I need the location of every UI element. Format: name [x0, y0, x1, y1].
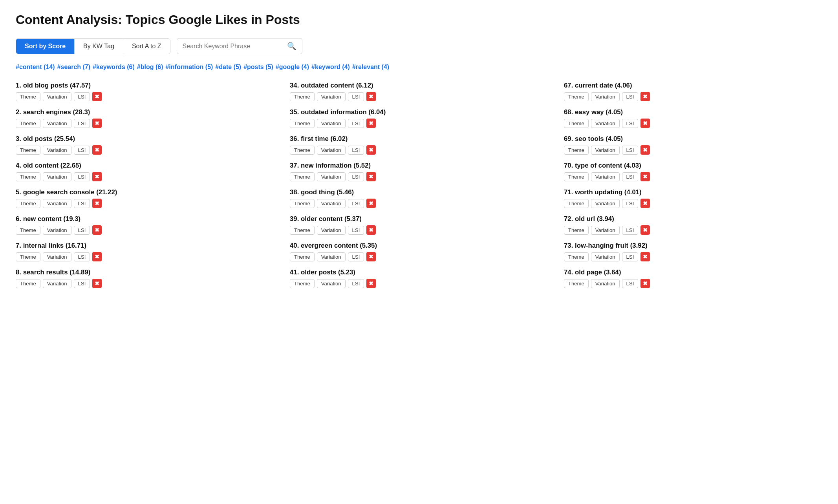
theme-button[interactable]: Theme: [290, 279, 315, 288]
lsi-button[interactable]: LSI: [74, 172, 90, 181]
lsi-button[interactable]: LSI: [74, 199, 90, 208]
lsi-button[interactable]: LSI: [622, 252, 639, 261]
theme-button[interactable]: Theme: [564, 92, 589, 101]
lsi-button[interactable]: LSI: [622, 279, 639, 288]
tag-item[interactable]: #content (14): [16, 64, 55, 71]
delete-button[interactable]: ✖: [640, 145, 650, 155]
delete-button[interactable]: ✖: [92, 119, 102, 128]
variation-button[interactable]: Variation: [317, 92, 346, 101]
delete-button[interactable]: ✖: [640, 119, 650, 128]
theme-button[interactable]: Theme: [290, 172, 315, 181]
variation-button[interactable]: Variation: [43, 172, 71, 181]
lsi-button[interactable]: LSI: [348, 279, 364, 288]
variation-button[interactable]: Variation: [317, 146, 346, 155]
delete-button[interactable]: ✖: [366, 252, 376, 261]
variation-button[interactable]: Variation: [317, 252, 346, 261]
delete-button[interactable]: ✖: [640, 279, 650, 288]
variation-button[interactable]: Variation: [43, 119, 71, 128]
variation-button[interactable]: Variation: [43, 252, 71, 261]
lsi-button[interactable]: LSI: [348, 119, 364, 128]
variation-button[interactable]: Variation: [591, 279, 620, 288]
delete-button[interactable]: ✖: [640, 199, 650, 208]
theme-button[interactable]: Theme: [16, 199, 40, 208]
tag-item[interactable]: #posts (5): [243, 64, 273, 71]
lsi-button[interactable]: LSI: [348, 172, 364, 181]
lsi-button[interactable]: LSI: [74, 252, 90, 261]
variation-button[interactable]: Variation: [317, 199, 346, 208]
lsi-button[interactable]: LSI: [348, 226, 364, 235]
theme-button[interactable]: Theme: [564, 279, 589, 288]
variation-button[interactable]: Variation: [43, 226, 71, 235]
variation-button[interactable]: Variation: [317, 119, 346, 128]
variation-button[interactable]: Variation: [591, 92, 620, 101]
delete-button[interactable]: ✖: [366, 199, 376, 208]
tag-item[interactable]: #relevant (4): [352, 64, 389, 71]
lsi-button[interactable]: LSI: [348, 252, 364, 261]
lsi-button[interactable]: LSI: [348, 199, 364, 208]
theme-button[interactable]: Theme: [16, 226, 40, 235]
delete-button[interactable]: ✖: [640, 172, 650, 181]
delete-button[interactable]: ✖: [92, 225, 102, 235]
delete-button[interactable]: ✖: [640, 92, 650, 101]
delete-button[interactable]: ✖: [92, 199, 102, 208]
variation-button[interactable]: Variation: [43, 92, 71, 101]
theme-button[interactable]: Theme: [564, 146, 589, 155]
sort-by-kw-button[interactable]: By KW Tag: [75, 39, 123, 54]
variation-button[interactable]: Variation: [43, 199, 71, 208]
lsi-button[interactable]: LSI: [622, 119, 639, 128]
tag-item[interactable]: #date (5): [215, 64, 241, 71]
theme-button[interactable]: Theme: [290, 199, 315, 208]
delete-button[interactable]: ✖: [366, 145, 376, 155]
lsi-button[interactable]: LSI: [622, 172, 639, 181]
theme-button[interactable]: Theme: [290, 146, 315, 155]
search-input[interactable]: [183, 43, 284, 50]
theme-button[interactable]: Theme: [564, 172, 589, 181]
tag-item[interactable]: #search (7): [57, 64, 91, 71]
theme-button[interactable]: Theme: [16, 172, 40, 181]
sort-by-score-button[interactable]: Sort by Score: [16, 39, 75, 54]
theme-button[interactable]: Theme: [16, 92, 40, 101]
delete-button[interactable]: ✖: [92, 279, 102, 288]
variation-button[interactable]: Variation: [317, 279, 346, 288]
sort-az-button[interactable]: Sort A to Z: [123, 39, 170, 54]
theme-button[interactable]: Theme: [16, 119, 40, 128]
tag-item[interactable]: #information (5): [165, 64, 213, 71]
delete-button[interactable]: ✖: [92, 92, 102, 101]
theme-button[interactable]: Theme: [16, 146, 40, 155]
theme-button[interactable]: Theme: [290, 92, 315, 101]
variation-button[interactable]: Variation: [591, 199, 620, 208]
variation-button[interactable]: Variation: [591, 226, 620, 235]
variation-button[interactable]: Variation: [317, 172, 346, 181]
delete-button[interactable]: ✖: [92, 145, 102, 155]
delete-button[interactable]: ✖: [92, 172, 102, 181]
theme-button[interactable]: Theme: [564, 119, 589, 128]
theme-button[interactable]: Theme: [290, 226, 315, 235]
lsi-button[interactable]: LSI: [622, 146, 639, 155]
variation-button[interactable]: Variation: [591, 252, 620, 261]
tag-item[interactable]: #keywords (6): [93, 64, 135, 71]
lsi-button[interactable]: LSI: [622, 199, 639, 208]
delete-button[interactable]: ✖: [366, 172, 376, 181]
lsi-button[interactable]: LSI: [74, 279, 90, 288]
delete-button[interactable]: ✖: [366, 92, 376, 101]
lsi-button[interactable]: LSI: [74, 146, 90, 155]
delete-button[interactable]: ✖: [92, 252, 102, 261]
lsi-button[interactable]: LSI: [622, 92, 639, 101]
delete-button[interactable]: ✖: [366, 119, 376, 128]
tag-item[interactable]: #google (4): [276, 64, 309, 71]
theme-button[interactable]: Theme: [290, 252, 315, 261]
variation-button[interactable]: Variation: [317, 226, 346, 235]
variation-button[interactable]: Variation: [591, 119, 620, 128]
tag-item[interactable]: #blog (6): [137, 64, 163, 71]
theme-button[interactable]: Theme: [16, 252, 40, 261]
variation-button[interactable]: Variation: [591, 172, 620, 181]
variation-button[interactable]: Variation: [43, 146, 71, 155]
delete-button[interactable]: ✖: [366, 279, 376, 288]
lsi-button[interactable]: LSI: [74, 226, 90, 235]
lsi-button[interactable]: LSI: [348, 146, 364, 155]
delete-button[interactable]: ✖: [640, 252, 650, 261]
variation-button[interactable]: Variation: [591, 146, 620, 155]
delete-button[interactable]: ✖: [366, 225, 376, 235]
theme-button[interactable]: Theme: [16, 279, 40, 288]
delete-button[interactable]: ✖: [640, 225, 650, 235]
